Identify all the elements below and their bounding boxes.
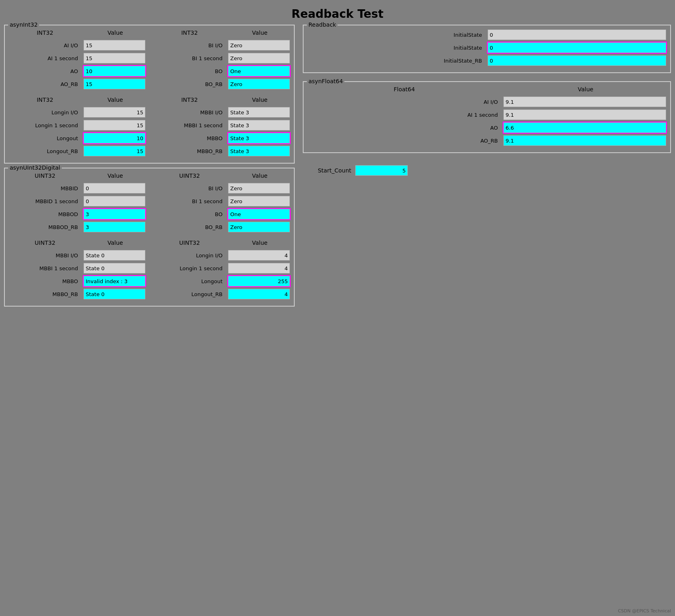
asynint32-right-col2-header: Value: [230, 29, 290, 36]
bo-label: BO: [153, 68, 225, 74]
mbbod-rb-row: MBBOD_RB 3: [9, 222, 145, 232]
bi-1sec-value: Zero: [228, 53, 290, 63]
asynint32-left-header: INT32 Value: [9, 29, 145, 37]
longout-rb-row: Longout_RB 15: [9, 146, 145, 156]
mbbid-row: MBBID 0: [9, 183, 145, 193]
uint32-mbbo-row[interactable]: MBBO Invalid index : 3: [9, 276, 145, 286]
asyncfloat64-label: asynFloat64: [307, 78, 344, 84]
start-count-row: Start_Count 5: [303, 165, 671, 176]
uint32-longin-io-label: Longin I/O: [153, 252, 225, 259]
asynuint32-left2-col2: Value: [85, 240, 145, 246]
uint32-longout-rb-label: Longout_RB: [153, 291, 225, 297]
ao-label: AO: [9, 68, 80, 74]
ao-row[interactable]: AO 10: [9, 66, 145, 76]
uint32-longin-1sec-value: 4: [228, 263, 290, 273]
bi-1sec-label: BI 1 second: [153, 55, 225, 61]
longin-1sec-row: Longin 1 second 15: [9, 120, 145, 130]
uint32-mbbo-rb-row: MBBO_RB State 0: [9, 289, 145, 299]
bi-io-label: BI I/O: [153, 42, 225, 48]
asynuint32-left-col2: Value: [85, 172, 145, 179]
ao-value[interactable]: 10: [84, 66, 145, 76]
longin-1sec-value: 15: [84, 120, 145, 130]
ao-rb-value: 15: [84, 79, 145, 89]
asynint32-right2-col1-header: INT32: [153, 97, 226, 103]
uint32-mbbo-rb-value: State 0: [84, 289, 145, 299]
initialstate-plain-label: InitialState: [308, 32, 484, 38]
float64-ai-1sec-row: AI 1 second 9.1: [308, 109, 666, 120]
asynint32-left-col1-header: INT32: [9, 29, 81, 36]
mbbi-1sec-value: State 3: [228, 120, 290, 130]
uint32-longin-io-row: Longin I/O 4: [153, 250, 290, 261]
mbbo-rb-value: State 3: [228, 146, 290, 156]
mbbo-rb-label: MBBO_RB: [153, 148, 225, 154]
uint32-bi-1sec-label: BI 1 second: [153, 198, 225, 204]
longin-io-value: 15: [84, 107, 145, 118]
uint32-longin-io-value: 4: [228, 250, 290, 261]
asyncfloat64-header: Float64 Value: [308, 86, 666, 93]
uint32-longout-rb-row: Longout_RB 4: [153, 289, 290, 299]
mbbod-label: MBBOD: [9, 211, 80, 217]
float64-ai-1sec-label: AI 1 second: [308, 112, 500, 118]
mbbo-label: MBBO: [153, 135, 225, 141]
asynint32-right-col1-header: INT32: [153, 29, 226, 36]
mbbod-value[interactable]: 3: [84, 209, 145, 219]
float64-ao-value[interactable]: 6.6: [503, 122, 666, 133]
initialstate-cyan-row[interactable]: InitialState 0: [308, 42, 666, 53]
asynint32-right-header: INT32 Value: [153, 29, 290, 37]
mbbid-value: 0: [84, 183, 145, 193]
uint32-longout-label: Longout: [153, 278, 225, 284]
longout-label: Longout: [9, 135, 80, 141]
float64-ao-rb-row: AO_RB 9.1: [308, 135, 666, 146]
asynuint32-right-col1: UINT32: [153, 172, 226, 179]
uint32-mbbo-label: MBBO: [9, 278, 80, 284]
mbbod-row[interactable]: MBBOD 3: [9, 209, 145, 219]
ai-io-row: AI I/O 15: [9, 40, 145, 50]
asynuint32-left2-header: UINT32 Value: [9, 240, 145, 247]
float64-ao-row[interactable]: AO 6.6: [308, 122, 666, 133]
page-title: Readback Test: [0, 0, 675, 25]
asynuint32-right2-col2: Value: [230, 240, 290, 246]
float64-ao-rb-label: AO_RB: [308, 138, 500, 144]
asynuint32-left-col1: UINT32: [9, 172, 81, 179]
asynuint32digital-label: asynUInt32Digital: [8, 164, 62, 171]
uint32-mbbi-1sec-value: State 0: [84, 263, 145, 273]
uint32-mbbo-value[interactable]: Invalid index : 3: [84, 276, 145, 286]
uint32-longout-row[interactable]: Longout 255: [153, 276, 290, 286]
asynint32-group: asynInt32 INT32 Value AI I/O 15: [4, 25, 295, 164]
mbbo-row[interactable]: MBBO State 3: [153, 133, 290, 143]
uint32-mbbi-io-row: MBBI I/O State 0: [9, 250, 145, 261]
uint32-longin-1sec-label: Longin 1 second: [153, 265, 225, 271]
readback-group: Readback InitialState 0 InitialState 0 I…: [303, 25, 671, 73]
mbbi-io-label: MBBI I/O: [153, 109, 225, 116]
longout-row[interactable]: Longout 10: [9, 133, 145, 143]
uint32-mbbi-io-value: State 0: [84, 250, 145, 261]
uint32-mbbi-io-label: MBBI I/O: [9, 252, 80, 259]
initialstate-cyan-label: InitialState: [308, 45, 484, 51]
bo-row[interactable]: BO One: [153, 66, 290, 76]
uint32-bo-value[interactable]: One: [228, 209, 290, 219]
mbbi-io-value: State 3: [228, 107, 290, 118]
mbbo-value[interactable]: State 3: [228, 133, 290, 143]
uint32-longout-rb-value: 4: [228, 289, 290, 299]
uint32-mbbi-1sec-label: MBBI 1 second: [9, 265, 80, 271]
asyncfloat64-group: asynFloat64 Float64 Value AI I/O 9.1 AI …: [303, 81, 671, 153]
asynuint32-left-panels: UINT32 Value MBBID 0 MBBID 1 second 0: [9, 172, 145, 302]
ai-io-label: AI I/O: [9, 42, 80, 48]
asyncfloat64-col1: Float64: [308, 86, 501, 93]
longin-io-label: Longin I/O: [9, 109, 80, 116]
mbbi-1sec-row: MBBI 1 second State 3: [153, 120, 290, 130]
initialstate-cyan-value[interactable]: 0: [488, 42, 666, 53]
bo-value[interactable]: One: [228, 66, 290, 76]
float64-ai-io-value: 9.1: [503, 97, 666, 107]
uint32-bo-row[interactable]: BO One: [153, 209, 290, 219]
bo-rb-value: Zero: [228, 79, 290, 89]
readback-label: Readback: [307, 21, 338, 28]
longout-value[interactable]: 10: [84, 133, 145, 143]
asynuint32-right2-header: UINT32 Value: [153, 240, 290, 247]
uint32-longout-value[interactable]: 255: [228, 276, 290, 286]
uint32-bo-label: BO: [153, 211, 225, 217]
asynint32-left2-col1-header: INT32: [9, 97, 81, 103]
asynuint32digital-group: asynUInt32Digital UINT32 Value MBBID 0: [4, 168, 295, 307]
mbbo-rb-row: MBBO_RB State 3: [153, 146, 290, 156]
mbbi-1sec-label: MBBI 1 second: [153, 122, 225, 128]
